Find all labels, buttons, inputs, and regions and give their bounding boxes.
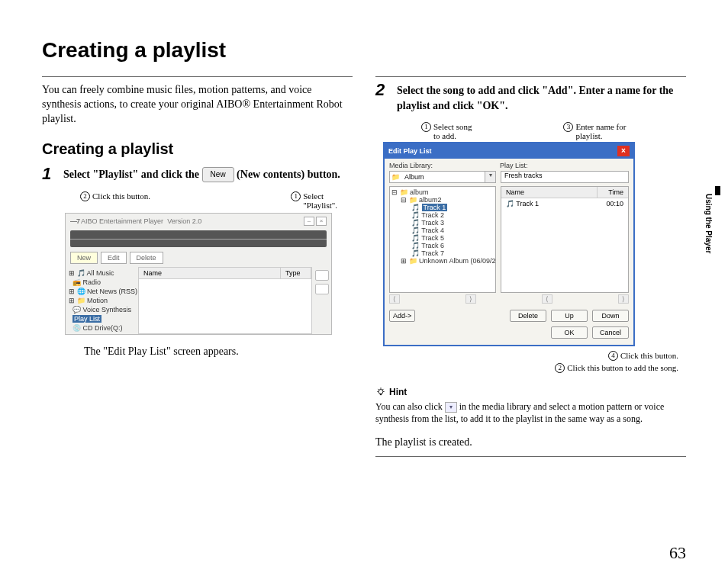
auto-button[interactable] (315, 284, 329, 294)
cancel-button[interactable]: Cancel (592, 326, 629, 339)
callout-enter-name: 3 Enter name forplaylist. (563, 122, 626, 140)
tree-track1[interactable]: 🎵 Track 1 (391, 204, 494, 211)
tree-unknown-album[interactable]: ⊞ 📁 Unknown Album (06/09/2004 1 (391, 257, 494, 265)
tree-track4[interactable]: 🎵 Track 4 (391, 227, 494, 234)
tree-motion[interactable]: ⊞ 📁 Motion (69, 296, 135, 305)
callout4-text: Click this button. (620, 351, 678, 360)
add-button[interactable]: Add-> (389, 310, 415, 322)
tree-album[interactable]: ⊟ 📁 album (391, 188, 494, 196)
waveform-display (70, 230, 327, 247)
svg-point-0 (378, 390, 383, 394)
callout2b-text: Click this button to add the song. (567, 363, 678, 372)
up-button[interactable]: Up (551, 310, 588, 322)
scroll-right-icon[interactable]: ⟩ (465, 294, 476, 304)
tree-track5[interactable]: 🎵 Track 5 (391, 234, 494, 242)
dialog-ok-row: OK Cancel (385, 326, 633, 345)
tree-album2[interactable]: ⊟ 📁 album2 (391, 196, 494, 204)
tree-track3[interactable]: 🎵 Track 3 (391, 219, 494, 227)
player-title: —7 AIBO Entertainment Player Version 2.0 (70, 217, 201, 225)
side-tab: Using the Player (703, 191, 714, 256)
dialog-titlebar: Edit Play List × (385, 143, 633, 159)
callout-name-text: Enter name forplaylist. (575, 122, 626, 140)
svg-line-4 (378, 389, 379, 390)
dropdown-icon: ▾ (445, 402, 457, 413)
step-1-text: Select "Playlist" and click the New (New… (63, 167, 353, 183)
media-tree[interactable]: ⊟ 📁 album ⊟ 📁 album2 🎵 Track 1 🎵 Track 2… (389, 186, 496, 293)
callout1a: Select (303, 191, 324, 201)
svg-rect-6 (380, 394, 382, 396)
fig2-bottom-callouts: 4 Click this button. 2 Click this button… (383, 351, 686, 373)
vpr-button[interactable] (315, 270, 329, 281)
playlist-header: Name Time (501, 187, 628, 198)
delete-button[interactable]: Delete (510, 310, 546, 322)
page-number: 63 (669, 543, 686, 563)
edit-playlist-dialog: Edit Play List × Media Library: Play Lis… (383, 142, 635, 346)
fig2-top-callouts: 1 Select songto add. 3 Enter name forpla… (375, 122, 686, 142)
col-type: Type (281, 268, 311, 278)
callout-sel-text: Select songto add. (433, 122, 472, 140)
down-button[interactable]: Down (592, 310, 629, 322)
hint-heading: Hint (375, 387, 686, 397)
step-2: 2 Select the song to add and click "Add"… (375, 83, 686, 113)
tree-voice[interactable]: 💬 Voice Synthesis (69, 305, 135, 314)
callout1-text: Select "Playlist". (303, 191, 337, 210)
player-window: —7 AIBO Entertainment Player Version 2.0… (65, 213, 332, 335)
intro-text: You can freely combine music files, moti… (42, 83, 353, 127)
step-1: 1 Select "Playlist" and click the New (N… (42, 167, 353, 183)
tree-track7[interactable]: 🎵 Track 7 (391, 249, 494, 257)
page-title: Creating a playlist (42, 38, 686, 63)
callout-click-button: 2 Click this button. (80, 191, 150, 210)
circled-4-icon: 4 (608, 351, 618, 361)
sub-heading: Creating a playlist (42, 140, 353, 158)
right-column: 2 Select the song to add and click "Add"… (375, 76, 686, 457)
hint-label: Hint (389, 387, 407, 397)
playlist-name-input[interactable]: Fresh tracks (501, 171, 629, 183)
tree-playlist[interactable]: Play List (69, 314, 135, 323)
step-2-text: Select the song to add and click "Add". … (397, 83, 686, 113)
brand-a: —7 (70, 217, 79, 225)
chevron-down-icon[interactable]: ▾ (485, 172, 495, 182)
window-buttons: – × (304, 217, 327, 226)
circled-3-icon: 3 (563, 122, 573, 132)
playlist-label: Play List: (500, 162, 528, 169)
hint-body: You can also click ▾ in the media librar… (375, 400, 686, 425)
ok-button[interactable]: OK (551, 326, 588, 339)
brand-c: Entertainment Player (99, 217, 163, 225)
brand-d: Version 2.0 (167, 217, 201, 225)
library-tree[interactable]: ⊞ 🎵 All Music 📻 Radio ⊞ 🌐 Net News (RSS)… (66, 267, 138, 334)
playlist-row[interactable]: 🎵 Track 1 00:10 (501, 198, 628, 209)
callout-select-playlist: 1 Select "Playlist". (291, 191, 337, 210)
tree-all-music[interactable]: ⊞ 🎵 All Music (69, 268, 135, 278)
new-button[interactable]: New (70, 252, 98, 264)
figure-1-caption: The "Edit Play List" screen appears. (84, 346, 353, 358)
folder-icon: 📁 (390, 173, 401, 181)
step-2-number: 2 (375, 80, 385, 100)
tree-track6[interactable]: 🎵 Track 6 (391, 242, 494, 249)
album-combo[interactable]: 📁 Album ▾ (389, 171, 496, 183)
hint-before: You can also click (375, 401, 445, 412)
delete-button[interactable]: Delete (130, 252, 163, 264)
playlist-listbox[interactable]: Name Time 🎵 Track 1 00:10 (501, 186, 629, 293)
tree-cd[interactable]: 💿 CD Drive(Q:) (69, 323, 135, 333)
tree-net-news[interactable]: ⊞ 🌐 Net News (RSS) (69, 287, 135, 296)
close-icon[interactable]: × (316, 217, 327, 226)
scroll-left-icon[interactable]: ⟨ (389, 294, 400, 304)
tree-radio[interactable]: 📻 Radio (69, 278, 135, 287)
media-library-label: Media Library: (389, 162, 500, 169)
scrollbars: ⟨ ⟩ ⟨ ⟩ (385, 293, 633, 305)
album-combo-text: Album (401, 173, 485, 181)
dialog-action-row: Add-> Delete Up Down (385, 305, 633, 326)
edit-button[interactable]: Edit (101, 252, 127, 264)
side-buttons (312, 267, 331, 334)
callout-click-add: 2 Click this button to add the song. (383, 363, 678, 373)
minimize-icon[interactable]: – (304, 217, 314, 226)
new-button-inline: New (202, 167, 234, 182)
content-list[interactable]: Name Type (138, 267, 312, 334)
circled-1-icon: 1 (291, 191, 301, 201)
scroll-left-icon[interactable]: ⟨ (542, 294, 552, 304)
tree-track2[interactable]: 🎵 Track 2 (391, 211, 494, 219)
circled-2-icon: 2 (80, 191, 90, 201)
scroll-right-icon[interactable]: ⟩ (618, 294, 629, 304)
list-header: Name Type (139, 268, 311, 279)
close-icon[interactable]: × (617, 146, 630, 156)
